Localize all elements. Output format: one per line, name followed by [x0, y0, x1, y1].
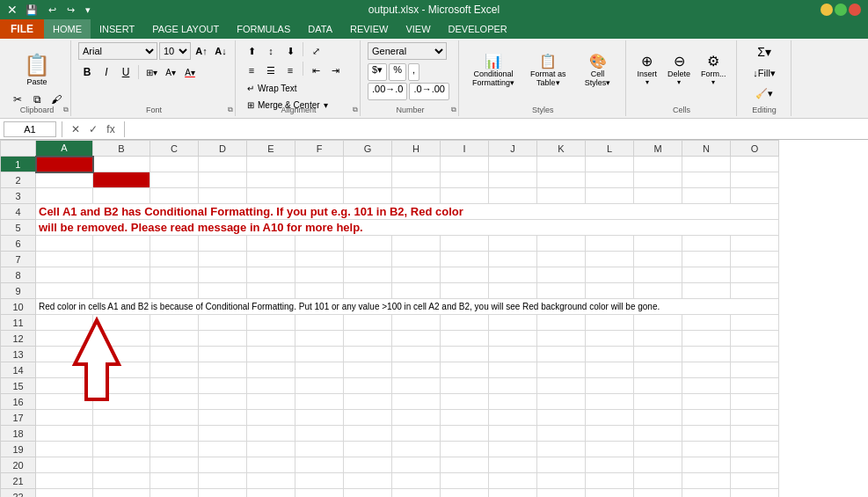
- cell-B1[interactable]: [93, 157, 150, 172]
- comma-btn[interactable]: ,: [408, 63, 419, 81]
- cell-E1[interactable]: [247, 157, 295, 172]
- cell-B3[interactable]: [93, 188, 150, 204]
- col-header-M[interactable]: M: [634, 141, 682, 157]
- cell-N2[interactable]: [682, 172, 731, 188]
- cell-L3[interactable]: [586, 188, 634, 204]
- underline-button[interactable]: U: [117, 63, 135, 81]
- currency-btn[interactable]: $▾: [368, 63, 387, 81]
- cell-H2[interactable]: [392, 172, 441, 188]
- row-header-4[interactable]: 4: [1, 204, 36, 220]
- row-header-1[interactable]: 1: [1, 157, 36, 172]
- row-header-19[interactable]: 19: [1, 442, 36, 457]
- cell-E3[interactable]: [247, 188, 295, 204]
- row-header-20[interactable]: 20: [1, 457, 36, 473]
- col-header-F[interactable]: F: [295, 141, 344, 157]
- align-left-btn[interactable]: ≡: [243, 62, 260, 79]
- italic-button[interactable]: I: [98, 63, 115, 81]
- row-header-9[interactable]: 9: [1, 283, 36, 299]
- row-header-15[interactable]: 15: [1, 378, 36, 394]
- redo-quick-btn[interactable]: ↪: [64, 4, 77, 17]
- cell-I2[interactable]: [441, 172, 489, 188]
- autosum-button[interactable]: Σ▾: [748, 42, 780, 62]
- col-header-N[interactable]: N: [682, 141, 731, 157]
- bold-button[interactable]: B: [78, 63, 96, 81]
- cell-H3[interactable]: [392, 188, 441, 204]
- cell-M2[interactable]: [634, 172, 682, 188]
- row-header-8[interactable]: 8: [1, 267, 36, 283]
- row-header-3[interactable]: 3: [1, 188, 36, 204]
- cell-N1[interactable]: [682, 157, 731, 172]
- wrap-text-button[interactable]: ↵ Wrap Text: [243, 81, 354, 96]
- paste-button[interactable]: 📋 Paste: [18, 50, 56, 89]
- col-header-D[interactable]: D: [199, 141, 247, 157]
- row-header-7[interactable]: 7: [1, 252, 36, 267]
- cell-A10-text[interactable]: Red color in cells A1 and B2 is because …: [36, 299, 779, 315]
- home-menu[interactable]: HOME: [44, 19, 91, 39]
- cell-M1[interactable]: [634, 157, 682, 172]
- number-expand[interactable]: ⧉: [451, 106, 456, 114]
- conditional-formatting-button[interactable]: 📊 ConditionalFormatting▾: [466, 42, 521, 97]
- font-size-select[interactable]: 10: [159, 42, 191, 60]
- row-header-21[interactable]: 21: [1, 473, 36, 489]
- cell-D1[interactable]: [199, 157, 247, 172]
- font-name-select[interactable]: Arial: [78, 42, 157, 60]
- cell-C3[interactable]: [150, 188, 199, 204]
- formulas-menu[interactable]: FORMULAS: [228, 19, 299, 39]
- save-quick-btn[interactable]: 💾: [23, 4, 40, 17]
- row-header-5[interactable]: 5: [1, 220, 36, 236]
- row-header-6[interactable]: 6: [1, 236, 36, 252]
- insert-function-btn[interactable]: fx: [103, 121, 119, 137]
- col-header-B[interactable]: B: [93, 141, 150, 157]
- formula-input[interactable]: [130, 121, 864, 137]
- cell-A1[interactable]: [36, 157, 93, 172]
- number-format-select[interactable]: General: [368, 42, 447, 60]
- data-menu[interactable]: DATA: [299, 19, 341, 39]
- cell-H1[interactable]: [392, 157, 441, 172]
- col-header-C[interactable]: C: [150, 141, 199, 157]
- col-header-O[interactable]: O: [731, 141, 779, 157]
- cell-G1[interactable]: [344, 157, 392, 172]
- decrease-decimal-btn[interactable]: .00→.0: [368, 83, 407, 100]
- maximize-btn[interactable]: [835, 4, 847, 16]
- col-header-G[interactable]: G: [344, 141, 392, 157]
- fill-button[interactable]: ↓Fill▾: [748, 65, 780, 82]
- clear-button[interactable]: 🧹▾: [748, 85, 780, 102]
- cell-J3[interactable]: [489, 188, 537, 204]
- close-btn[interactable]: [849, 4, 861, 16]
- decrease-indent-btn[interactable]: ⇤: [307, 62, 325, 79]
- cell-A4-message[interactable]: Cell A1 and B2 has Conditional Formattin…: [36, 204, 779, 220]
- cell-M3[interactable]: [634, 188, 682, 204]
- row-header-11[interactable]: 11: [1, 315, 36, 331]
- cell-A5-message[interactable]: will be removed. Please read message in …: [36, 220, 779, 236]
- minimize-btn[interactable]: [821, 4, 833, 16]
- cell-K3[interactable]: [537, 188, 586, 204]
- font-expand[interactable]: ⧉: [228, 106, 233, 114]
- cell-A3[interactable]: [36, 188, 93, 204]
- row-header-2[interactable]: 2: [1, 172, 36, 188]
- format-cells-button[interactable]: ⚙ Form... ▾: [697, 42, 731, 97]
- cell-O1[interactable]: [731, 157, 779, 172]
- cell-F2[interactable]: [295, 172, 344, 188]
- col-header-E[interactable]: E: [247, 141, 295, 157]
- increase-font-btn[interactable]: A↑: [193, 42, 210, 60]
- cell-O3[interactable]: [731, 188, 779, 204]
- cell-F3[interactable]: [295, 188, 344, 204]
- cell-O2[interactable]: [731, 172, 779, 188]
- row-header-22[interactable]: 22: [1, 489, 36, 498]
- align-top-btn[interactable]: ⬆: [243, 42, 260, 60]
- cell-C2[interactable]: [150, 172, 199, 188]
- alignment-expand[interactable]: ⧉: [353, 106, 358, 114]
- cancel-formula-btn[interactable]: ✕: [68, 121, 84, 137]
- decrease-font-btn[interactable]: A↓: [212, 42, 230, 60]
- cell-K1[interactable]: [537, 157, 586, 172]
- col-header-J[interactable]: J: [489, 141, 537, 157]
- font-color-button[interactable]: A▾: [181, 63, 199, 81]
- cell-N3[interactable]: [682, 188, 731, 204]
- fill-color-button[interactable]: A▾: [162, 63, 179, 81]
- page-layout-menu[interactable]: PAGE LAYOUT: [143, 19, 228, 39]
- cell-F1[interactable]: [295, 157, 344, 172]
- cell-G2[interactable]: [344, 172, 392, 188]
- cell-L2[interactable]: [586, 172, 634, 188]
- cell-reference-box[interactable]: [4, 121, 56, 137]
- row-header-10[interactable]: 10: [1, 299, 36, 315]
